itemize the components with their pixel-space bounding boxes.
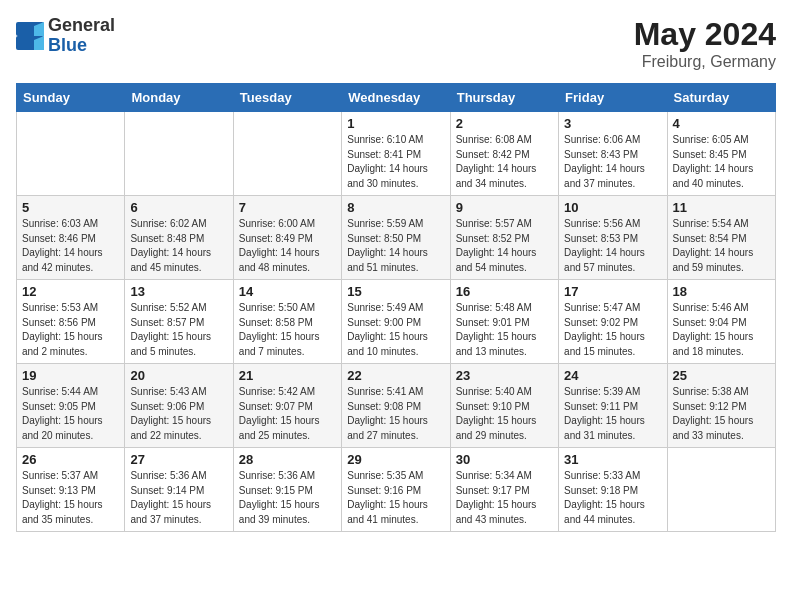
week-row-1: 5Sunrise: 6:03 AM Sunset: 8:46 PM Daylig…	[17, 196, 776, 280]
calendar-cell-0-6: 4Sunrise: 6:05 AM Sunset: 8:45 PM Daylig…	[667, 112, 775, 196]
calendar-cell-0-1	[125, 112, 233, 196]
day-number-3: 3	[564, 116, 661, 131]
week-row-3: 19Sunrise: 5:44 AM Sunset: 9:05 PM Dayli…	[17, 364, 776, 448]
day-number-13: 13	[130, 284, 227, 299]
day-info-5: Sunrise: 6:03 AM Sunset: 8:46 PM Dayligh…	[22, 217, 119, 275]
day-number-10: 10	[564, 200, 661, 215]
day-number-26: 26	[22, 452, 119, 467]
month-title: May 2024	[634, 16, 776, 53]
header-sunday: Sunday	[17, 84, 125, 112]
calendar-cell-3-4: 23Sunrise: 5:40 AM Sunset: 9:10 PM Dayli…	[450, 364, 558, 448]
calendar-cell-0-4: 2Sunrise: 6:08 AM Sunset: 8:42 PM Daylig…	[450, 112, 558, 196]
calendar-cell-2-2: 14Sunrise: 5:50 AM Sunset: 8:58 PM Dayli…	[233, 280, 341, 364]
location-title: Freiburg, Germany	[634, 53, 776, 71]
calendar-cell-4-4: 30Sunrise: 5:34 AM Sunset: 9:17 PM Dayli…	[450, 448, 558, 532]
day-info-12: Sunrise: 5:53 AM Sunset: 8:56 PM Dayligh…	[22, 301, 119, 359]
day-info-18: Sunrise: 5:46 AM Sunset: 9:04 PM Dayligh…	[673, 301, 770, 359]
logo-text: General Blue	[48, 16, 115, 56]
day-number-7: 7	[239, 200, 336, 215]
day-number-24: 24	[564, 368, 661, 383]
calendar-cell-0-2	[233, 112, 341, 196]
calendar-cell-1-6: 11Sunrise: 5:54 AM Sunset: 8:54 PM Dayli…	[667, 196, 775, 280]
day-number-28: 28	[239, 452, 336, 467]
day-info-22: Sunrise: 5:41 AM Sunset: 9:08 PM Dayligh…	[347, 385, 444, 443]
day-number-31: 31	[564, 452, 661, 467]
day-info-20: Sunrise: 5:43 AM Sunset: 9:06 PM Dayligh…	[130, 385, 227, 443]
day-number-2: 2	[456, 116, 553, 131]
day-info-3: Sunrise: 6:06 AM Sunset: 8:43 PM Dayligh…	[564, 133, 661, 191]
day-number-27: 27	[130, 452, 227, 467]
calendar-cell-1-0: 5Sunrise: 6:03 AM Sunset: 8:46 PM Daylig…	[17, 196, 125, 280]
day-info-23: Sunrise: 5:40 AM Sunset: 9:10 PM Dayligh…	[456, 385, 553, 443]
calendar-cell-3-2: 21Sunrise: 5:42 AM Sunset: 9:07 PM Dayli…	[233, 364, 341, 448]
day-number-29: 29	[347, 452, 444, 467]
logo-icon	[16, 22, 44, 50]
day-info-26: Sunrise: 5:37 AM Sunset: 9:13 PM Dayligh…	[22, 469, 119, 527]
calendar-table: Sunday Monday Tuesday Wednesday Thursday…	[16, 83, 776, 532]
day-number-8: 8	[347, 200, 444, 215]
day-number-6: 6	[130, 200, 227, 215]
header-wednesday: Wednesday	[342, 84, 450, 112]
calendar-cell-3-6: 25Sunrise: 5:38 AM Sunset: 9:12 PM Dayli…	[667, 364, 775, 448]
day-info-24: Sunrise: 5:39 AM Sunset: 9:11 PM Dayligh…	[564, 385, 661, 443]
calendar-cell-1-4: 9Sunrise: 5:57 AM Sunset: 8:52 PM Daylig…	[450, 196, 558, 280]
day-info-13: Sunrise: 5:52 AM Sunset: 8:57 PM Dayligh…	[130, 301, 227, 359]
day-info-29: Sunrise: 5:35 AM Sunset: 9:16 PM Dayligh…	[347, 469, 444, 527]
calendar-cell-2-6: 18Sunrise: 5:46 AM Sunset: 9:04 PM Dayli…	[667, 280, 775, 364]
calendar-cell-4-5: 31Sunrise: 5:33 AM Sunset: 9:18 PM Dayli…	[559, 448, 667, 532]
day-number-5: 5	[22, 200, 119, 215]
day-info-31: Sunrise: 5:33 AM Sunset: 9:18 PM Dayligh…	[564, 469, 661, 527]
calendar-cell-0-3: 1Sunrise: 6:10 AM Sunset: 8:41 PM Daylig…	[342, 112, 450, 196]
day-number-4: 4	[673, 116, 770, 131]
day-number-18: 18	[673, 284, 770, 299]
title-area: May 2024 Freiburg, Germany	[634, 16, 776, 71]
calendar-cell-2-1: 13Sunrise: 5:52 AM Sunset: 8:57 PM Dayli…	[125, 280, 233, 364]
day-number-20: 20	[130, 368, 227, 383]
calendar-cell-0-5: 3Sunrise: 6:06 AM Sunset: 8:43 PM Daylig…	[559, 112, 667, 196]
day-info-27: Sunrise: 5:36 AM Sunset: 9:14 PM Dayligh…	[130, 469, 227, 527]
day-number-16: 16	[456, 284, 553, 299]
week-row-0: 1Sunrise: 6:10 AM Sunset: 8:41 PM Daylig…	[17, 112, 776, 196]
day-info-7: Sunrise: 6:00 AM Sunset: 8:49 PM Dayligh…	[239, 217, 336, 275]
calendar-cell-4-6	[667, 448, 775, 532]
calendar-cell-3-1: 20Sunrise: 5:43 AM Sunset: 9:06 PM Dayli…	[125, 364, 233, 448]
page-header: General Blue May 2024 Freiburg, Germany	[16, 16, 776, 71]
calendar-cell-0-0	[17, 112, 125, 196]
day-info-16: Sunrise: 5:48 AM Sunset: 9:01 PM Dayligh…	[456, 301, 553, 359]
day-number-22: 22	[347, 368, 444, 383]
day-info-8: Sunrise: 5:59 AM Sunset: 8:50 PM Dayligh…	[347, 217, 444, 275]
day-number-9: 9	[456, 200, 553, 215]
day-number-21: 21	[239, 368, 336, 383]
header-thursday: Thursday	[450, 84, 558, 112]
day-number-1: 1	[347, 116, 444, 131]
day-info-6: Sunrise: 6:02 AM Sunset: 8:48 PM Dayligh…	[130, 217, 227, 275]
day-info-10: Sunrise: 5:56 AM Sunset: 8:53 PM Dayligh…	[564, 217, 661, 275]
day-number-25: 25	[673, 368, 770, 383]
header-saturday: Saturday	[667, 84, 775, 112]
day-number-17: 17	[564, 284, 661, 299]
day-number-14: 14	[239, 284, 336, 299]
day-number-19: 19	[22, 368, 119, 383]
calendar-cell-4-3: 29Sunrise: 5:35 AM Sunset: 9:16 PM Dayli…	[342, 448, 450, 532]
calendar-cell-2-0: 12Sunrise: 5:53 AM Sunset: 8:56 PM Dayli…	[17, 280, 125, 364]
header-friday: Friday	[559, 84, 667, 112]
logo: General Blue	[16, 16, 115, 56]
day-number-12: 12	[22, 284, 119, 299]
day-number-30: 30	[456, 452, 553, 467]
week-row-2: 12Sunrise: 5:53 AM Sunset: 8:56 PM Dayli…	[17, 280, 776, 364]
calendar-cell-1-3: 8Sunrise: 5:59 AM Sunset: 8:50 PM Daylig…	[342, 196, 450, 280]
calendar-cell-3-0: 19Sunrise: 5:44 AM Sunset: 9:05 PM Dayli…	[17, 364, 125, 448]
calendar-cell-4-2: 28Sunrise: 5:36 AM Sunset: 9:15 PM Dayli…	[233, 448, 341, 532]
day-number-23: 23	[456, 368, 553, 383]
day-info-30: Sunrise: 5:34 AM Sunset: 9:17 PM Dayligh…	[456, 469, 553, 527]
day-info-1: Sunrise: 6:10 AM Sunset: 8:41 PM Dayligh…	[347, 133, 444, 191]
day-info-25: Sunrise: 5:38 AM Sunset: 9:12 PM Dayligh…	[673, 385, 770, 443]
day-info-2: Sunrise: 6:08 AM Sunset: 8:42 PM Dayligh…	[456, 133, 553, 191]
day-info-11: Sunrise: 5:54 AM Sunset: 8:54 PM Dayligh…	[673, 217, 770, 275]
calendar-cell-2-5: 17Sunrise: 5:47 AM Sunset: 9:02 PM Dayli…	[559, 280, 667, 364]
day-info-17: Sunrise: 5:47 AM Sunset: 9:02 PM Dayligh…	[564, 301, 661, 359]
day-info-21: Sunrise: 5:42 AM Sunset: 9:07 PM Dayligh…	[239, 385, 336, 443]
calendar-cell-2-3: 15Sunrise: 5:49 AM Sunset: 9:00 PM Dayli…	[342, 280, 450, 364]
calendar-cell-1-1: 6Sunrise: 6:02 AM Sunset: 8:48 PM Daylig…	[125, 196, 233, 280]
calendar-cell-2-4: 16Sunrise: 5:48 AM Sunset: 9:01 PM Dayli…	[450, 280, 558, 364]
